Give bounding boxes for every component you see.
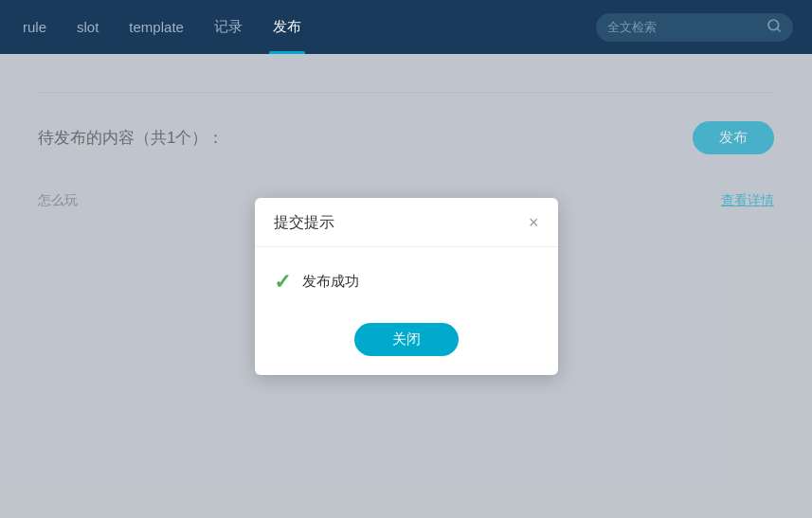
success-message: 发布成功 [302,273,359,291]
modal-dialog: 提交提示 × ✓ 发布成功 关闭 [255,198,558,375]
search-box[interactable] [596,13,793,42]
modal-footer: 关闭 [255,313,558,375]
modal-header: 提交提示 × [255,198,558,247]
close-icon[interactable]: × [529,214,539,231]
nav-bar: rule slot template 记录 发布 [0,0,812,54]
modal-overlay: 提交提示 × ✓ 发布成功 关闭 [0,54,812,518]
modal-body: ✓ 发布成功 [255,247,558,313]
nav-item-slot[interactable]: slot [73,0,102,54]
check-icon: ✓ [274,270,291,295]
svg-line-1 [777,28,780,31]
content-area: 待发布的内容（共1个）： 发布 怎么玩 查看详情 提交提示 × ✓ 发布成功 关… [0,54,812,518]
nav-item-rule[interactable]: rule [19,0,50,54]
nav-item-template[interactable]: template [125,0,188,54]
nav-item-publish[interactable]: 发布 [269,0,305,54]
search-icon [767,18,782,37]
search-input[interactable] [607,20,759,34]
modal-close-button[interactable]: 关闭 [354,323,459,356]
modal-title: 提交提示 [274,213,334,233]
nav-item-records[interactable]: 记录 [210,0,246,54]
